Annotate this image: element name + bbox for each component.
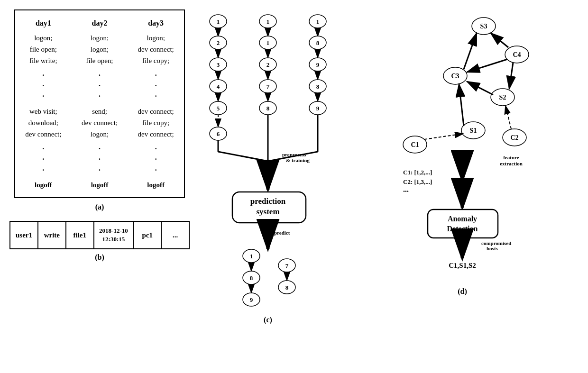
day1-line3: file write; — [19, 55, 68, 66]
svg-text:8: 8 — [316, 39, 320, 46]
svg-text:preprocess: preprocess — [282, 152, 306, 157]
svg-text:7: 7 — [285, 262, 289, 269]
svg-text:C1: [1,2,...]: C1: [1,2,...] — [403, 169, 432, 176]
svg-line-92 — [491, 33, 508, 47]
svg-text:system: system — [256, 207, 279, 216]
svg-text:S1: S1 — [470, 127, 477, 134]
svg-text:1: 1 — [316, 18, 320, 25]
svg-text:predict: predict — [274, 230, 290, 236]
svg-text:C2: C2 — [510, 134, 518, 141]
panel-d: S3 C4 C3 S2 S1 C1 C2 — [346, 9, 579, 364]
day3-line2: dev connect; — [131, 44, 180, 55]
svg-text:6: 6 — [217, 130, 220, 137]
day1-line2: file open; — [19, 44, 68, 55]
day2-line4: send; — [75, 106, 124, 117]
table-b: user1 write file1 2018-12-10 12:30:15 pc… — [9, 221, 190, 249]
svg-text:prediction: prediction — [250, 197, 286, 206]
panel-b-label: (b) — [9, 253, 190, 262]
svg-text:7: 7 — [266, 83, 270, 90]
day3-header: day3 — [131, 17, 180, 29]
svg-text:8: 8 — [316, 83, 320, 90]
svg-line-98 — [424, 134, 463, 139]
day1-header: day1 — [19, 17, 68, 29]
day2-dots2: ··· — [75, 144, 124, 175]
day3-line4: dev connect; — [131, 106, 180, 117]
panel-a-label: (a) — [95, 203, 104, 211]
day1-footer: logoff — [19, 179, 68, 191]
svg-text:5: 5 — [217, 105, 220, 112]
svg-text:& training: & training — [286, 157, 310, 163]
day2-line6: logon; — [75, 128, 124, 140]
svg-text:9: 9 — [250, 296, 253, 303]
svg-text:extraction: extraction — [500, 161, 523, 166]
day3-line6: dev connect; — [131, 128, 180, 140]
day3-dots2: ··· — [131, 144, 180, 175]
day2-dots1: ··· — [75, 70, 124, 102]
svg-text:C4: C4 — [513, 51, 521, 58]
col-day2: day2 logon; logon; file open; ··· send; … — [72, 15, 128, 192]
svg-text:hosts: hosts — [487, 246, 498, 251]
cell-ellipsis: ... — [162, 222, 189, 248]
col-day1: day1 logon; file open; file write; ··· w… — [15, 15, 72, 192]
cell-date: 2018-12-10 12:30:15 — [94, 222, 134, 248]
svg-text:C3: C3 — [451, 73, 459, 80]
table-a: day1 logon; file open; file write; ··· w… — [14, 9, 185, 198]
panel-b: user1 write file1 2018-12-10 12:30:15 pc… — [9, 221, 190, 262]
svg-text:C2: [1,3,...]: C2: [1,3,...] — [403, 178, 432, 185]
svg-text:8: 8 — [285, 284, 289, 291]
day1-line5: download; — [19, 117, 68, 128]
day1-dots2: ··· — [19, 144, 68, 175]
cell-user1: user1 — [10, 222, 38, 248]
col-day3: day3 logon; dev connect; file copy; ··· … — [128, 15, 184, 192]
svg-line-96 — [509, 63, 513, 89]
svg-text:9: 9 — [316, 105, 320, 112]
day1-line6: dev connect; — [19, 128, 68, 140]
svg-line-99 — [505, 106, 511, 129]
svg-text:8: 8 — [250, 274, 253, 282]
svg-text:1: 1 — [266, 39, 270, 46]
day1-line1: logon; — [19, 32, 68, 44]
day2-line2: logon; — [75, 44, 124, 55]
day2-footer: logoff — [75, 179, 124, 191]
panel-a: day1 logon; file open; file write; ··· w… — [9, 9, 190, 364]
svg-line-49 — [218, 152, 268, 161]
svg-line-97 — [459, 84, 464, 126]
svg-text:feature: feature — [503, 155, 519, 160]
day3-dots1: ··· — [131, 70, 180, 102]
svg-text:S2: S2 — [499, 94, 506, 101]
svg-line-95 — [467, 82, 493, 95]
day3-line5: file copy; — [131, 117, 180, 128]
svg-text:2: 2 — [217, 39, 220, 46]
day3-line1: logon; — [131, 32, 180, 44]
day3-footer: logoff — [131, 179, 180, 191]
svg-text:C1: C1 — [411, 141, 419, 148]
svg-text:2: 2 — [266, 61, 270, 68]
day2-line5: dev connect; — [75, 117, 124, 128]
svg-line-94 — [467, 59, 507, 72]
cell-pc1: pc1 — [134, 222, 162, 248]
svg-text:1: 1 — [250, 253, 253, 260]
day2-line1: logon; — [75, 32, 124, 44]
svg-text:4: 4 — [217, 83, 220, 90]
svg-text:Anomaly: Anomaly — [448, 215, 477, 223]
day3-line3: file copy; — [131, 55, 180, 66]
svg-text:1: 1 — [217, 18, 220, 25]
svg-text:S3: S3 — [480, 23, 487, 30]
svg-text:1: 1 — [266, 18, 270, 25]
svg-text:9: 9 — [316, 61, 320, 68]
cell-file1: file1 — [66, 222, 94, 248]
day2-header: day2 — [75, 17, 124, 29]
cell-write: write — [38, 222, 66, 248]
svg-text:(d): (d) — [458, 287, 467, 296]
svg-text:Detection: Detection — [447, 225, 478, 233]
day1-line4: web visit; — [19, 106, 68, 117]
svg-rect-107 — [428, 209, 498, 238]
svg-text:...: ... — [403, 185, 409, 193]
day2-line3: file open; — [75, 55, 124, 66]
panel-c-svg: 1 2 3 4 5 6 — [194, 9, 341, 351]
svg-line-93 — [464, 33, 477, 69]
svg-text:C1,S1,S2: C1,S1,S2 — [449, 262, 476, 269]
panel-d-svg: S3 C4 C3 S2 S1 C1 C2 — [394, 9, 531, 351]
day1-dots1: ··· — [19, 70, 68, 102]
svg-text:8: 8 — [266, 105, 270, 112]
